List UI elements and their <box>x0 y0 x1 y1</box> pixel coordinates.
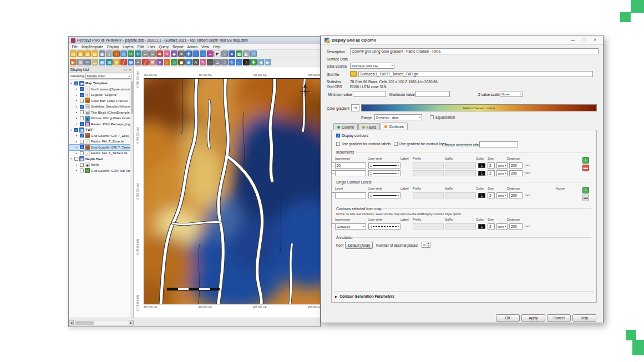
toolbar-icon[interactable]: ✚ <box>185 50 192 57</box>
toolbar-icon[interactable]: ╱ <box>142 59 149 65</box>
toolbar-icon[interactable]: ⊕ <box>185 59 192 65</box>
toolbar-icon[interactable]: ◆ <box>171 50 178 57</box>
size-input[interactable]: 2 <box>488 170 495 176</box>
visibility-checkbox[interactable] <box>80 163 84 167</box>
size-unit-select[interactable]: mm▾ <box>496 162 508 169</box>
close-panel-icon[interactable]: ✕ <box>129 68 131 72</box>
toolbar-icon[interactable]: ● <box>229 50 235 57</box>
toolbar-icon[interactable]: ≡ <box>178 50 185 57</box>
suffix-cell[interactable] <box>445 192 476 198</box>
visibility-checkbox[interactable] <box>80 134 84 137</box>
menu-item[interactable]: Query <box>157 45 171 49</box>
grouping-select[interactable]: Display order▾ <box>85 74 131 79</box>
font-button[interactable]: Default (Arial) <box>345 242 373 249</box>
dialog-button[interactable]: Cancel <box>547 314 571 322</box>
expander-icon[interactable]: ▸ <box>76 164 79 166</box>
add-level-button[interactable]: ＋ <box>582 187 589 193</box>
tree-scrollbar[interactable] <box>130 80 133 318</box>
expander-icon[interactable]: ▸ <box>76 152 79 155</box>
scroll-right-icon[interactable]: ▶ <box>129 320 134 325</box>
prefix-cell[interactable] <box>413 162 444 169</box>
tree-hscrollbar[interactable]: ◀ ▶ <box>69 319 134 325</box>
expander-icon[interactable]: ▸ <box>76 123 79 125</box>
z-scaling-select[interactable]: None▾ <box>500 91 523 97</box>
toolbar-icon[interactable]: ▦ <box>99 59 105 65</box>
toolbar-icon[interactable]: ▨ <box>77 59 84 65</box>
main-window-titlebar[interactable]: Petrosys PRO @ PRIMARY - psyslite.sdb - … <box>69 37 320 44</box>
toolbar-icon[interactable]: — <box>207 59 214 65</box>
toolbar-icon[interactable]: ↻ <box>135 50 141 57</box>
toolbar-icon[interactable]: ⊞ <box>120 50 127 57</box>
size-input[interactable]: 2 <box>488 223 495 230</box>
visibility-checkbox[interactable] <box>80 110 84 114</box>
visibility-checkbox[interactable] <box>80 151 84 155</box>
size-unit-select[interactable]: mm▾ <box>496 223 508 230</box>
tree-item[interactable]: ▸ ▤ Title Block (ClientExample_ <box>69 110 130 116</box>
toolbar-icon[interactable]: ◧ <box>243 50 250 57</box>
tree-item[interactable]: ▸ ╱ Faults: FAL T_Tarbert.fal <box>69 150 130 156</box>
toolbar-icon[interactable]: ▥ <box>84 50 91 57</box>
toolbar-icon[interactable]: ▤ <box>113 59 120 65</box>
distance-input[interactable]: 200 <box>509 162 523 169</box>
remove-level-button[interactable]: ▬ <box>582 195 589 201</box>
visibility-checkbox[interactable] <box>74 157 78 161</box>
distance-input[interactable]: 200 <box>509 170 523 176</box>
menu-item[interactable]: Lists <box>146 45 157 49</box>
toolbar-icon[interactable]: ✖ <box>149 59 156 65</box>
increment-input[interactable]: 20 <box>335 162 366 169</box>
line-style-select[interactable]: 4▾ <box>368 223 400 230</box>
distance-input[interactable]: 200 <box>509 192 523 198</box>
toolbar-icon[interactable]: ▦ <box>128 59 134 65</box>
toolbar-icon[interactable]: ▭ <box>214 59 221 65</box>
expander-icon[interactable]: ▸ <box>76 117 79 120</box>
toolbar-icon[interactable]: ▦ <box>77 50 84 57</box>
suffix-cell[interactable] <box>445 170 476 176</box>
expander-icon[interactable]: ▸ <box>76 111 79 114</box>
gradient-lines-option[interactable]: Use gradient for contour lines <box>394 142 447 146</box>
visibility-checkbox[interactable] <box>80 169 84 172</box>
toolbar-icon[interactable]: ↔ <box>236 59 242 65</box>
tab[interactable]: Contours <box>381 123 407 130</box>
toolbar-icon[interactable]: ✖ <box>156 50 163 57</box>
toolbar-icon[interactable]: ▶ <box>70 59 77 65</box>
menu-item[interactable]: Layers <box>121 45 136 49</box>
toolbar-icon[interactable]: ▦ <box>236 50 242 57</box>
visibility-checkbox[interactable] <box>80 93 84 97</box>
toolbar-icon[interactable]: ↺ <box>128 50 134 57</box>
gradient-picker-button[interactable]: ➜ <box>351 104 359 111</box>
visibility-checkbox[interactable] <box>74 128 78 132</box>
toolbar-icon[interactable]: ▧ <box>92 50 98 57</box>
toolbar-icon[interactable]: ↔ <box>207 50 214 57</box>
range-select[interactable]: Dynamic - data▾ <box>374 114 422 120</box>
toolbar-icon[interactable]: A <box>192 59 199 65</box>
toolbar-icon[interactable]: ✚ <box>250 59 257 65</box>
display-contours-checkbox[interactable] <box>336 134 340 137</box>
tree-item[interactable]: ▸ ≡ Legend: "Legend" <box>69 92 130 98</box>
expander-icon[interactable]: ▾ <box>70 82 73 85</box>
toolbar-icon[interactable]: ╱ <box>120 59 127 65</box>
minimum-value-input[interactable] <box>353 91 386 97</box>
contours-button[interactable]: Contours▾ <box>335 223 366 230</box>
toolbar-icon[interactable]: ◼ <box>178 59 185 65</box>
toolbar-icon[interactable]: ● <box>156 59 163 65</box>
toolbar-icon[interactable]: ↑ <box>113 50 120 57</box>
equalization-checkbox[interactable] <box>430 115 434 119</box>
tree-item[interactable]: ▸ ▦ Grid Colorfill: CON Top Tar <box>69 168 130 174</box>
dialog-button[interactable]: Apply <box>521 314 545 322</box>
folder-icon[interactable] <box>350 71 357 77</box>
size-unit-select[interactable]: mm▾ <box>496 192 508 198</box>
toolbar-icon[interactable]: ↓ <box>106 50 113 57</box>
tree-item[interactable]: ▸ ╱ Faults: FAL T_Etive.fal <box>69 139 130 145</box>
visibility-checkbox[interactable] <box>80 99 84 103</box>
menu-item[interactable]: Help <box>211 45 222 49</box>
color-swatch[interactable]: 1 <box>478 224 485 229</box>
toolbar-icon[interactable]: ? <box>250 50 257 57</box>
toolbar-icon[interactable]: ✎ <box>164 50 170 57</box>
toolbar-icon[interactable]: ≡ <box>135 59 141 65</box>
tree-item[interactable]: ▸ ◉ Wells <box>69 162 130 168</box>
expander-icon[interactable]: ▸ <box>76 88 79 90</box>
description-input[interactable]: Colorfill grid using color gradient : Fa… <box>350 48 599 54</box>
suffix-cell[interactable] <box>445 223 476 230</box>
toolbar-icon[interactable]: − <box>192 50 199 57</box>
tree-item[interactable]: ▸ ▤ Color Bar: Fabio Crameri - <box>69 98 130 104</box>
